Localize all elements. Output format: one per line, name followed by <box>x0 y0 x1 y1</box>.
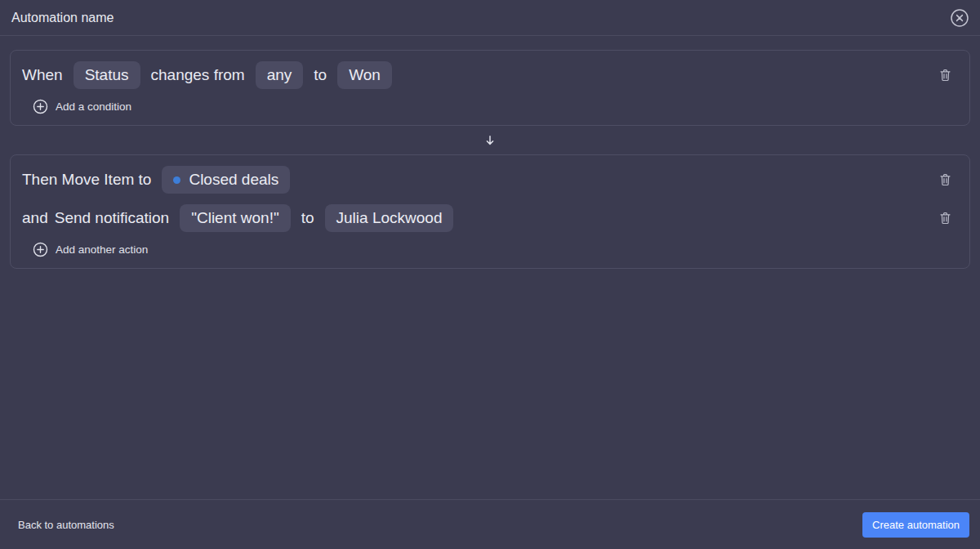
delete-move-action-button[interactable] <box>938 172 953 188</box>
to-word: to <box>314 66 327 84</box>
when-card: When Status changes from any to Won <box>10 50 970 126</box>
notification-message-chip[interactable]: "Client won!" <box>180 204 290 232</box>
trash-icon <box>939 69 951 82</box>
send-notification-words: Send notification <box>55 209 170 227</box>
when-sentence: When Status changes from any to Won <box>22 61 392 89</box>
to-value-chip-label: Won <box>349 65 381 86</box>
modal-header: Automation name <box>0 0 980 36</box>
add-condition-label: Add a condition <box>56 100 131 113</box>
recipient-chip-label: Julia Lockwood <box>336 208 443 229</box>
modal-footer: Back to automations Create automation <box>0 499 980 549</box>
status-field-chip-label: Status <box>85 65 129 86</box>
move-item-words: Then Move Item to <box>22 171 151 189</box>
arrow-down-icon <box>483 134 497 147</box>
plus-icon <box>33 99 48 114</box>
to-value-chip[interactable]: Won <box>337 61 392 89</box>
status-field-chip[interactable]: Status <box>74 61 140 89</box>
add-condition-button[interactable]: Add a condition <box>33 99 131 114</box>
delete-trigger-button[interactable] <box>938 67 953 83</box>
board-chip[interactable]: Closed deals <box>162 166 290 194</box>
when-word: When <box>22 66 63 84</box>
trash-icon <box>939 212 951 225</box>
trash-icon <box>939 173 951 186</box>
and-word: and <box>22 209 48 227</box>
recipient-chip[interactable]: Julia Lockwood <box>325 204 454 232</box>
add-another-action-button[interactable]: Add another action <box>33 242 148 257</box>
notification-message-chip-label: "Client won!" <box>191 208 278 229</box>
and-action-words: and Send notification <box>22 209 169 227</box>
when-row: When Status changes from any to Won <box>22 61 953 89</box>
send-notification-sentence: and Send notification "Client won!" to J… <box>22 204 453 232</box>
to-word: to <box>301 209 314 227</box>
move-item-row: Then Move Item to Closed deals <box>22 166 953 194</box>
changes-from-words: changes from <box>151 66 245 84</box>
plus-icon <box>33 242 48 257</box>
from-value-chip-label: any <box>267 65 292 86</box>
close-icon <box>950 8 969 28</box>
move-item-sentence: Then Move Item to Closed deals <box>22 166 290 194</box>
board-chip-label: Closed deals <box>189 169 278 190</box>
send-notification-row: and Send notification "Client won!" to J… <box>22 204 953 232</box>
automation-name-title: Automation name <box>11 11 114 25</box>
back-to-automations-link[interactable]: Back to automations <box>18 519 114 531</box>
flow-arrow <box>10 126 970 154</box>
delete-notification-action-button[interactable] <box>938 210 953 226</box>
close-button[interactable] <box>950 8 969 28</box>
create-automation-button[interactable]: Create automation <box>862 512 969 538</box>
from-value-chip[interactable]: any <box>256 61 304 89</box>
board-color-dot <box>173 176 180 184</box>
add-another-action-label: Add another action <box>56 243 148 256</box>
then-card: Then Move Item to Closed deals and Send … <box>10 154 970 269</box>
automation-builder: When Status changes from any to Won <box>0 36 980 499</box>
